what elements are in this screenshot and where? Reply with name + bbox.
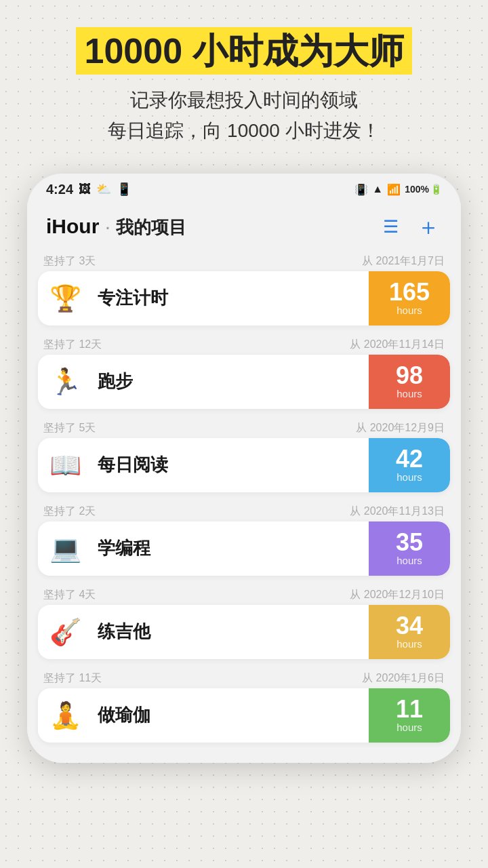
hours-number-3: 35 [396, 530, 423, 555]
battery-percentage: 100% [405, 184, 429, 195]
project-meta-3: 坚持了 2天从 2020年11月13日 [38, 499, 450, 521]
project-meta-4: 坚持了 4天从 2020年12月10日 [38, 583, 450, 605]
project-emoji-0: 🏆 [38, 271, 92, 326]
project-streak-3: 坚持了 2天 [43, 505, 96, 519]
hours-label-5: hours [396, 722, 422, 733]
status-weather-icon: ⛅ [96, 182, 111, 197]
project-since-4: 从 2020年12月10日 [350, 588, 445, 602]
project-emoji-2: 📖 [38, 438, 92, 492]
project-card-3[interactable]: 💻学编程35hours [38, 521, 450, 576]
status-phone-icon: 📱 [117, 182, 131, 197]
status-left: 4:24 🖼 ⛅ 📱 [46, 182, 131, 197]
hours-label-0: hours [396, 304, 422, 316]
project-hours-4: 34hours [369, 605, 450, 659]
project-group-2: 坚持了 5天从 2020年12月9日📖每日阅读42hours [38, 416, 450, 492]
status-bar: 4:24 🖼 ⛅ 📱 📳 ▲ 📶 100% 🔋 [27, 174, 461, 203]
project-group-0: 坚持了 3天从 2021年1月7日🏆专注计时165hours [38, 249, 450, 326]
project-since-5: 从 2020年1月6日 [362, 671, 445, 686]
hero-subtitle: 记录你最想投入时间的领域 每日追踪，向 10000 小时进发！ [20, 85, 468, 146]
project-name-5: 做瑜伽 [92, 703, 369, 727]
project-hours-1: 98hours [369, 355, 450, 409]
hero-sub1: 记录你最想投入时间的领域 [130, 90, 358, 111]
status-image-icon: 🖼 [79, 182, 91, 197]
header-actions: ☰ ＋ [377, 214, 442, 241]
title-separator: · [99, 215, 116, 237]
project-list: 坚持了 3天从 2021年1月7日🏆专注计时165hours坚持了 12天从 2… [27, 249, 461, 749]
hours-label-1: hours [396, 388, 422, 399]
project-since-0: 从 2021年1月7日 [362, 254, 445, 269]
app-name: iHour [46, 215, 99, 237]
project-meta-5: 坚持了 11天从 2020年1月6日 [38, 666, 450, 688]
status-right: 📳 ▲ 📶 100% 🔋 [354, 183, 442, 196]
project-since-3: 从 2020年11月13日 [350, 505, 445, 519]
vibrate-icon: 📳 [354, 183, 368, 196]
app-subtitle: 我的项目 [116, 217, 186, 237]
phone-frame: 4:24 🖼 ⛅ 📱 📳 ▲ 📶 100% 🔋 iHour · 我的项目 [27, 174, 461, 763]
project-streak-5: 坚持了 11天 [43, 671, 102, 686]
project-emoji-1: 🏃 [38, 355, 92, 409]
signal-icon: 📶 [387, 183, 401, 196]
hours-label-2: hours [396, 471, 422, 483]
project-emoji-5: 🧘 [38, 688, 92, 743]
hours-number-5: 11 [396, 697, 423, 722]
project-meta-0: 坚持了 3天从 2021年1月7日 [38, 249, 450, 271]
project-card-0[interactable]: 🏆专注计时165hours [38, 271, 450, 326]
project-name-4: 练吉他 [92, 620, 369, 644]
hours-number-4: 34 [396, 614, 423, 638]
project-since-1: 从 2020年11月14日 [350, 338, 445, 352]
project-hours-0: 165hours [369, 271, 450, 326]
project-group-1: 坚持了 12天从 2020年11月14日🏃跑步98hours [38, 332, 450, 409]
project-group-3: 坚持了 2天从 2020年11月13日💻学编程35hours [38, 499, 450, 576]
hours-number-1: 98 [396, 363, 423, 388]
hours-number-0: 165 [389, 280, 430, 304]
project-streak-0: 坚持了 3天 [43, 254, 96, 269]
project-meta-2: 坚持了 5天从 2020年12月9日 [38, 416, 450, 438]
project-streak-2: 坚持了 5天 [43, 421, 96, 435]
project-name-0: 专注计时 [92, 286, 369, 310]
app-content: iHour · 我的项目 ☰ ＋ 坚持了 3天从 2021年1月7日🏆专注计时1… [27, 203, 461, 763]
hero-sub2: 每日追踪，向 10000 小时进发！ [108, 120, 380, 141]
project-hours-5: 11hours [369, 688, 450, 743]
project-meta-1: 坚持了 12天从 2020年11月14日 [38, 332, 450, 355]
app-header: iHour · 我的项目 ☰ ＋ [27, 203, 461, 249]
project-emoji-4: 🎸 [38, 605, 92, 659]
list-icon: ☰ [383, 216, 399, 237]
hours-label-3: hours [396, 555, 422, 566]
battery-indicator: 100% 🔋 [405, 184, 442, 195]
project-hours-2: 42hours [369, 438, 450, 492]
project-group-4: 坚持了 4天从 2020年12月10日🎸练吉他34hours [38, 583, 450, 659]
project-hours-3: 35hours [369, 521, 450, 576]
hours-label-4: hours [396, 638, 422, 650]
hours-number-2: 42 [396, 447, 423, 471]
status-time: 4:24 [46, 182, 73, 197]
project-card-2[interactable]: 📖每日阅读42hours [38, 438, 450, 492]
project-emoji-3: 💻 [38, 521, 92, 576]
add-project-button[interactable]: ＋ [415, 214, 442, 241]
wifi-icon: ▲ [372, 183, 383, 195]
list-view-button[interactable]: ☰ [377, 214, 404, 241]
project-streak-4: 坚持了 4天 [43, 588, 96, 602]
project-name-2: 每日阅读 [92, 453, 369, 477]
project-name-1: 跑步 [92, 370, 369, 393]
add-icon: ＋ [417, 212, 440, 243]
hero-title: 10000 小时成为大师 [76, 27, 411, 75]
project-group-5: 坚持了 11天从 2020年1月6日🧘做瑜伽11hours [38, 666, 450, 743]
battery-icon: 🔋 [430, 184, 442, 195]
app-title-area: iHour · 我的项目 [46, 215, 186, 239]
app-title: iHour · 我的项目 [46, 215, 186, 237]
project-since-2: 从 2020年12月9日 [356, 421, 445, 435]
project-streak-1: 坚持了 12天 [43, 338, 102, 352]
project-name-3: 学编程 [92, 536, 369, 560]
hero-section: 10000 小时成为大师 记录你最想投入时间的领域 每日追踪，向 10000 小… [0, 0, 488, 160]
project-card-1[interactable]: 🏃跑步98hours [38, 355, 450, 409]
project-card-4[interactable]: 🎸练吉他34hours [38, 605, 450, 659]
project-card-5[interactable]: 🧘做瑜伽11hours [38, 688, 450, 743]
